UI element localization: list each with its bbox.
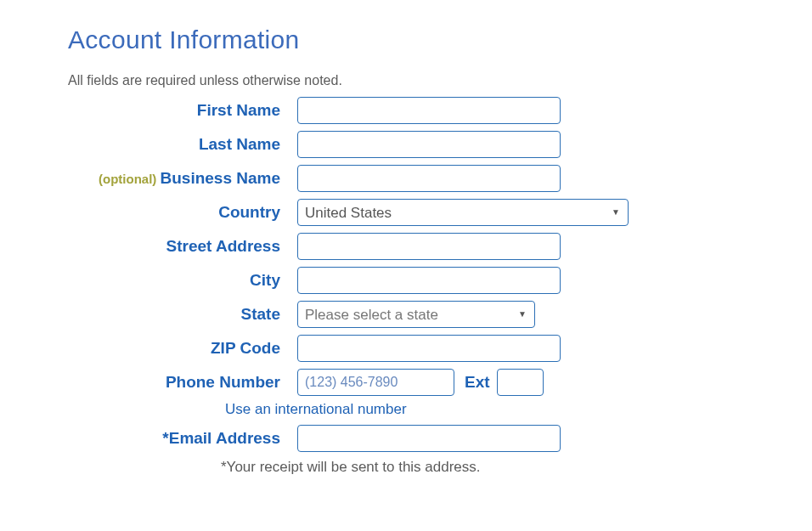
business-name-input[interactable] xyxy=(297,165,561,192)
optional-tag: (optional) xyxy=(99,172,160,186)
country-select[interactable]: United States xyxy=(297,199,629,226)
email-label: *Email Address xyxy=(68,429,297,448)
first-name-label: First Name xyxy=(68,101,297,120)
ext-label: Ext xyxy=(465,373,490,392)
page-title: Account Information xyxy=(68,25,744,54)
business-name-label: (optional) Business Name xyxy=(68,169,297,188)
state-select[interactable]: Please select a state xyxy=(297,301,535,328)
intl-number-link[interactable]: Use an international number xyxy=(225,401,407,418)
phone-input[interactable] xyxy=(297,369,454,396)
required-fields-note: All fields are required unless otherwise… xyxy=(68,73,744,88)
zip-label: ZIP Code xyxy=(68,339,297,358)
country-label: Country xyxy=(68,203,297,222)
receipt-note: *Your receipt will be sent to this addre… xyxy=(221,459,744,476)
city-input[interactable] xyxy=(297,267,561,294)
last-name-input[interactable] xyxy=(297,131,561,158)
first-name-input[interactable] xyxy=(297,97,561,124)
street-address-label: Street Address xyxy=(68,237,297,256)
city-label: City xyxy=(68,271,297,290)
state-label: State xyxy=(68,305,297,324)
email-input[interactable] xyxy=(297,425,561,452)
zip-input[interactable] xyxy=(297,335,561,362)
last-name-label: Last Name xyxy=(68,135,297,154)
street-address-input[interactable] xyxy=(297,233,561,260)
ext-input[interactable] xyxy=(497,369,544,396)
phone-label: Phone Number xyxy=(68,373,297,392)
